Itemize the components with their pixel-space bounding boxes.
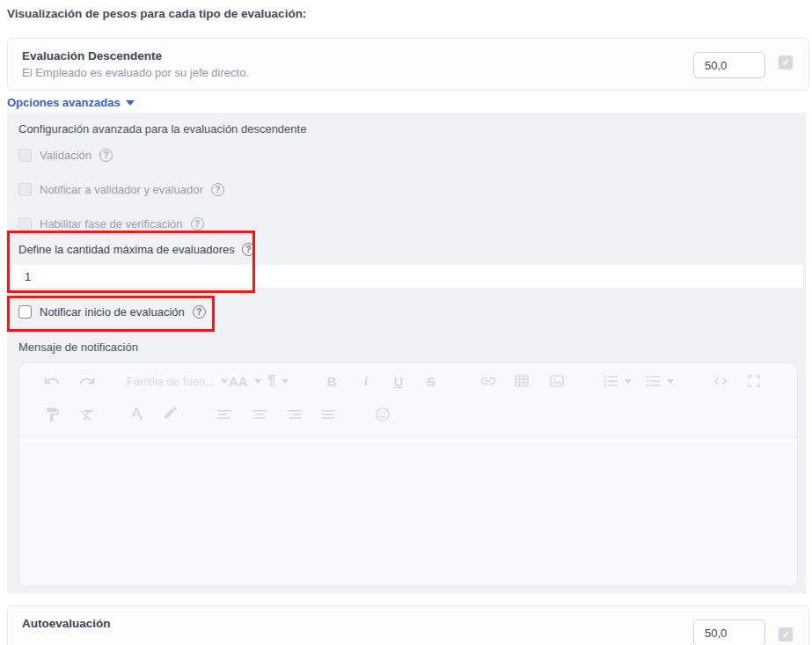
- help-icon[interactable]: ?: [211, 183, 224, 196]
- format-paint-icon[interactable]: [42, 405, 62, 424]
- autoevaluacion-card: Autoevaluación ✓: [7, 605, 809, 645]
- clear-format-icon[interactable]: [77, 405, 97, 424]
- descendente-card-subtitle: El Empleado es evaluado por su jefe dire…: [22, 66, 249, 79]
- checkbox-row-habilitar-verificacion: Habilitar fase de verificación ?: [18, 217, 204, 231]
- notificar-inicio-checkbox[interactable]: [18, 305, 32, 319]
- autoevaluacion-weight-input[interactable]: [693, 619, 765, 645]
- underline-icon[interactable]: U: [389, 371, 408, 391]
- notification-message-label: Mensaje de notificación: [18, 341, 138, 354]
- link-icon[interactable]: [479, 371, 498, 391]
- align-justify-icon[interactable]: [318, 405, 338, 424]
- paragraph-icon: ¶: [267, 373, 275, 389]
- max-evaluators-input[interactable]: [11, 264, 804, 289]
- chevron-down-icon: [282, 379, 289, 384]
- evaluation-weights-page: Visualización de pesos para cada tipo de…: [0, 0, 812, 645]
- advanced-options-panel: Configuración avanzada para la evaluació…: [7, 113, 806, 594]
- autoevaluacion-card-title: Autoevaluación: [22, 617, 111, 630]
- font-family-placeholder: Familia de fuen...: [127, 375, 215, 388]
- font-family-select[interactable]: Familia de fuen...: [127, 371, 228, 391]
- checkbox-row-notificar-validador: Notificar a validador y evaluador ?: [18, 183, 224, 196]
- undo-icon[interactable]: [42, 371, 62, 391]
- chevron-down-icon[interactable]: [665, 371, 676, 391]
- advanced-options-label: Opciones avanzadas: [7, 96, 121, 109]
- help-icon[interactable]: ?: [193, 305, 206, 319]
- help-icon[interactable]: ?: [191, 217, 204, 231]
- strikethrough-icon[interactable]: S: [421, 371, 441, 391]
- ordered-list-icon[interactable]: [602, 371, 621, 391]
- max-evaluators-label: Define la cantidad máxima de evaluadores: [18, 243, 235, 256]
- italic-icon[interactable]: i: [356, 371, 376, 391]
- advanced-options-toggle[interactable]: Opciones avanzadas: [7, 96, 135, 109]
- unordered-list-icon[interactable]: [644, 371, 663, 391]
- highlighter-icon[interactable]: [160, 405, 179, 424]
- notification-message-editor: Familia de fuen... AA ¶ B i U S: [18, 363, 798, 587]
- fullscreen-icon[interactable]: [744, 371, 764, 391]
- max-evaluators-label-row: Define la cantidad máxima de evaluadores…: [18, 243, 255, 256]
- help-icon[interactable]: ?: [242, 243, 255, 256]
- chevron-down-icon[interactable]: [623, 371, 633, 391]
- code-icon[interactable]: [711, 371, 730, 391]
- font-size-select[interactable]: AA: [229, 371, 261, 391]
- text-color-icon[interactable]: [127, 405, 146, 424]
- descendente-enabled-checkbox[interactable]: ✓: [779, 55, 793, 70]
- habilitar-verificacion-checkbox[interactable]: [18, 217, 32, 231]
- font-size-icon: AA: [229, 374, 248, 389]
- align-left-icon[interactable]: [215, 405, 234, 424]
- chevron-down-icon: [254, 379, 261, 384]
- checkbox-row-notificar-inicio: Notificar inicio de evaluación ?: [18, 305, 206, 319]
- habilitar-verificacion-label: Habilitar fase de verificación: [40, 217, 183, 231]
- help-icon[interactable]: ?: [99, 149, 113, 162]
- align-center-icon[interactable]: [250, 405, 269, 424]
- page-title: Visualización de pesos para cada tipo de…: [7, 7, 306, 20]
- chevron-down-icon: [126, 100, 135, 106]
- notificar-validador-checkbox[interactable]: [18, 183, 32, 196]
- align-right-icon[interactable]: [285, 405, 304, 424]
- validacion-label: Validación: [40, 149, 91, 162]
- editor-toolbar: Familia de fuen... AA ¶ B i U S: [19, 363, 797, 437]
- editor-content-area[interactable]: [19, 438, 797, 587]
- check-icon: ✓: [781, 629, 789, 641]
- autoevaluacion-enabled-checkbox[interactable]: ✓: [779, 627, 793, 641]
- advanced-panel-heading: Configuración avanzada para la evaluació…: [18, 122, 306, 136]
- validacion-checkbox[interactable]: [18, 149, 32, 162]
- image-icon[interactable]: [547, 371, 567, 391]
- descendente-weight-input[interactable]: [693, 52, 765, 78]
- chevron-down-icon: [221, 379, 228, 384]
- paragraph-select[interactable]: ¶: [267, 371, 289, 391]
- bold-icon[interactable]: B: [322, 371, 341, 391]
- notificar-inicio-label: Notificar inicio de evaluación: [40, 305, 185, 319]
- notificar-validador-label: Notificar a validador y evaluador: [40, 183, 203, 196]
- table-icon[interactable]: [512, 371, 531, 391]
- descendente-card: Evaluación Descendente El Empleado es ev…: [7, 38, 809, 91]
- check-icon: ✓: [781, 57, 789, 69]
- emoji-icon[interactable]: [373, 405, 392, 424]
- checkbox-row-validacion: Validación ?: [18, 149, 113, 162]
- descendente-card-title: Evaluación Descendente: [22, 49, 162, 62]
- redo-icon[interactable]: [77, 371, 97, 391]
